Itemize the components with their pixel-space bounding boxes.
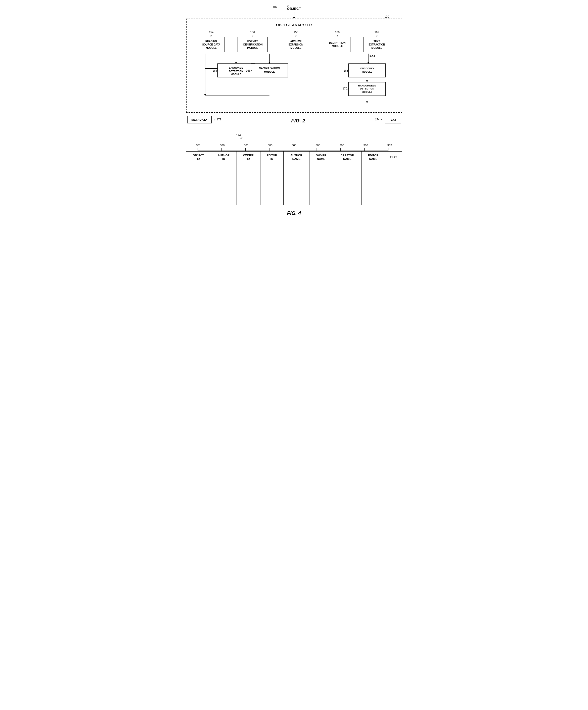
col-ref-300-3: 300	[268, 144, 272, 147]
svg-text:CLASSIFICATION: CLASSIFICATION	[259, 66, 280, 69]
col-ref-302: 302	[387, 144, 392, 147]
table-header-row: OBJECTID AUTHORID OWNERID EDITORID AUTHO…	[186, 151, 402, 163]
svg-text:↗: ↗	[216, 69, 218, 72]
svg-marker-3	[268, 62, 270, 64]
col-editor-name: EDITORNAME	[362, 151, 385, 163]
svg-text:170: 170	[343, 87, 347, 90]
table-row	[186, 163, 402, 170]
ref-156: 156	[251, 31, 255, 34]
col-object-id: OBJECTID	[186, 151, 211, 163]
ref-174: 174 ↗	[375, 118, 383, 121]
module-156: 156 ↙ FORMATIDENTIFICATIONMODULE	[238, 31, 268, 52]
tick-marks-row	[186, 148, 402, 151]
col-ref-300-1: 300	[220, 144, 225, 147]
col-refs-row: 301 300 300 300 300 300 300 300 302	[186, 144, 402, 147]
svg-text:ENCODING: ENCODING	[360, 67, 374, 70]
object-box: OBJECT	[282, 5, 306, 12]
fig4-container: 124 ↙ 301 300 300 300 300 300 300 300 30…	[186, 134, 402, 216]
col-text: TEXT	[385, 151, 402, 163]
module-154: 154 ↙ READINGSOURCE DATAMODULE	[198, 31, 225, 52]
object-analyzer-box: 120 OBJECT ANALYZER 154 ↙ READINGSOURCE …	[186, 19, 402, 113]
svg-text:MODULE: MODULE	[264, 70, 275, 73]
fig2-label: FIG. 2	[291, 118, 305, 124]
format-id-module: FORMATIDENTIFICATIONMODULE	[238, 37, 268, 52]
module-158: 158 ↙ ARCHIVEEXPANSIONMODULE	[281, 31, 311, 52]
col-owner-name: OWNERNAME	[309, 151, 333, 163]
svg-text:↗: ↗	[347, 87, 349, 90]
col-editor-id: EDITORID	[260, 151, 283, 163]
analyzer-title: OBJECT ANALYZER	[190, 23, 398, 27]
svg-marker-24	[204, 94, 206, 96]
svg-text:DETECTION: DETECTION	[360, 87, 374, 90]
data-table: OBJECTID AUTHORID OWNERID EDITORID AUTHO…	[186, 151, 402, 205]
ref-158: 158	[293, 31, 298, 34]
table-body	[186, 163, 402, 205]
svg-text:RANDOMNESS: RANDOMNESS	[358, 84, 376, 87]
svg-text:MODULE: MODULE	[231, 73, 241, 75]
col-ref-300-7: 300	[363, 144, 368, 147]
fig2-container: 107 ↙ OBJECT 120 OBJECT ANALYZER 154 ↙ R…	[186, 5, 402, 124]
svg-marker-33	[366, 80, 368, 82]
page-container: 107 ↙ OBJECT 120 OBJECT ANALYZER 154 ↙ R…	[186, 5, 402, 216]
svg-text:TEXT: TEXT	[368, 54, 375, 57]
archive-expansion-module: ARCHIVEEXPANSIONMODULE	[281, 37, 311, 52]
col-ref-301: 301	[196, 144, 201, 147]
svg-text:↗: ↗	[347, 69, 349, 72]
ref-162: 162	[375, 31, 379, 34]
top-modules-row: 154 ↙ READINGSOURCE DATAMODULE 156 ↙ FOR…	[190, 31, 398, 52]
table-row	[186, 191, 402, 198]
text-output: TEXT	[385, 116, 401, 123]
svg-text:MODULE: MODULE	[361, 91, 372, 93]
svg-marker-6	[367, 62, 369, 64]
svg-marker-1	[235, 62, 237, 64]
col-ref-300-6: 300	[339, 144, 344, 147]
ref-120: 120	[384, 15, 389, 18]
col-author-id: AUTHORID	[211, 151, 237, 163]
text-extraction-module: TEXTEXTRACTIONMODULE	[363, 37, 390, 52]
table-row	[186, 184, 402, 191]
svg-text:MODULE: MODULE	[361, 70, 372, 73]
ref-160: 160	[335, 31, 339, 34]
col-author-name: AUTHORNAME	[283, 151, 309, 163]
fig4-label: FIG. 4	[287, 210, 301, 216]
module-162: 162 ↙ TEXTEXTRACTIONMODULE	[363, 31, 390, 52]
svg-text:LANGUAGE: LANGUAGE	[229, 66, 243, 69]
table-row	[186, 177, 402, 184]
col-ref-300-2: 300	[244, 144, 249, 147]
col-owner-id: OWNERID	[237, 151, 260, 163]
module-160: 160 ↙ DECRYPTIONMODULE	[324, 31, 350, 52]
svg-text:DETECTION: DETECTION	[229, 70, 243, 72]
ref-172: ↙ 172	[214, 118, 221, 121]
table-row	[186, 198, 402, 205]
col-ref-300-4: 300	[291, 144, 296, 147]
col-creator-name: CREATORNAME	[333, 151, 361, 163]
col-ref-300-5: 300	[315, 144, 320, 147]
ref-124-arrow: ↙	[240, 136, 243, 140]
ref-154: 154	[209, 31, 213, 34]
ref-107: 107	[273, 5, 277, 8]
svg-text:↗: ↗	[250, 69, 252, 72]
metadata-output: METADATA	[187, 116, 212, 123]
ticks-svg	[186, 148, 402, 151]
table-row	[186, 170, 402, 177]
svg-marker-35	[366, 101, 368, 103]
connections-svg: TEXT LANGUAGE DETECTION MODULE 164 ↗ CLA…	[190, 53, 398, 109]
reading-source-module: READINGSOURCE DATAMODULE	[198, 37, 225, 52]
decryption-module: DECRYPTIONMODULE	[324, 37, 350, 52]
